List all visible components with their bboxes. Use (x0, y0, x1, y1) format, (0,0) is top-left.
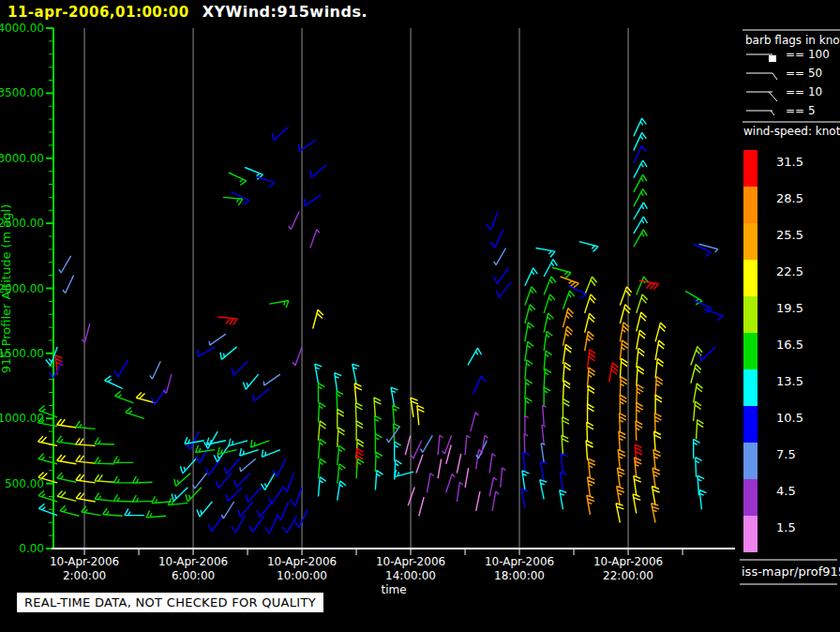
colorbar-label: 4.5 (776, 484, 796, 498)
wind-barb (468, 348, 482, 365)
wind-barb (125, 509, 144, 516)
wind-barb (59, 256, 71, 273)
wind-barb (209, 334, 226, 345)
wind-barb (419, 497, 424, 516)
wind-barb (694, 439, 700, 459)
wind-barb (57, 491, 76, 502)
x-tick-time: 14:00:00 (385, 569, 436, 582)
wind-barb (253, 388, 270, 401)
wind-barb (620, 395, 626, 414)
wind-barb (496, 282, 511, 298)
wind-barb (417, 405, 425, 425)
wind-barb (637, 277, 649, 294)
wind-barb (223, 197, 243, 204)
wind-barb (113, 457, 133, 463)
wind-barb (521, 489, 529, 508)
wind-barb (224, 459, 239, 474)
footer-stamp-text: iss-mapr/prof915l (742, 564, 840, 579)
wind-barb (653, 450, 661, 470)
wind-barb (146, 511, 166, 518)
wind-barb (525, 380, 532, 399)
wind-barb (206, 438, 226, 445)
wind-barb (136, 393, 155, 403)
wind-barb (634, 132, 646, 150)
wind-barb (273, 459, 286, 476)
wind-barb (294, 509, 308, 527)
legend-item-label: == 100 (786, 48, 830, 61)
wind-barb (620, 340, 628, 360)
wind-barb (540, 480, 548, 500)
colorbar-label: 25.5 (776, 228, 803, 242)
wind-barb (197, 502, 212, 517)
wind-barb (471, 413, 479, 431)
wind-barb (609, 363, 619, 383)
colorbar-segment (743, 187, 758, 223)
wind-barb (38, 454, 57, 464)
wind-barb (494, 248, 506, 265)
x-tick-time: 2:00:00 (63, 569, 106, 582)
colorbar-label: 31.5 (776, 155, 803, 169)
wind-barb (655, 340, 665, 360)
wind-barb (620, 287, 631, 306)
wind-barb (292, 347, 302, 366)
colorbar-label: 16.5 (776, 338, 803, 352)
wind-barb (335, 373, 342, 393)
wind-barb (524, 434, 528, 454)
colorbar-segment (743, 406, 758, 443)
wind-barb (694, 244, 712, 257)
wind-barb (95, 457, 114, 464)
wind-barb (76, 421, 96, 429)
wind-barb (525, 305, 535, 324)
wind-barb (352, 364, 360, 384)
colorbar-label: 1.5 (776, 520, 796, 534)
wind-barb (617, 487, 624, 506)
wind-barb (585, 313, 595, 332)
wind-barb (563, 308, 574, 327)
wind-barb (654, 431, 662, 451)
wind-barb (57, 436, 77, 444)
barb-legend: barb flags in knots == 100== 50== 10== 5 (742, 30, 840, 122)
wind-barb (113, 476, 133, 483)
barb-10-icon (769, 92, 777, 101)
wind-barb (76, 474, 96, 483)
colorbar-label: 22.5 (776, 264, 803, 278)
wind-barb (216, 474, 231, 489)
wind-barb (544, 277, 556, 294)
wind-barb (283, 516, 297, 533)
wind-barb (408, 488, 414, 506)
wind-barb (375, 434, 382, 454)
wind-barb (457, 482, 462, 502)
wind-barb (229, 173, 247, 186)
wind-barb (487, 212, 498, 231)
wind-barb (655, 377, 663, 397)
x-tick-date: 10-Apr-2006 (158, 555, 228, 568)
wind-barb (588, 404, 594, 424)
wind-barb (619, 431, 626, 451)
colorbar-label: 10.5 (776, 411, 803, 425)
wind-barb (525, 268, 537, 286)
wind-barb (637, 367, 644, 386)
wind-barb (541, 444, 545, 463)
wind-barb (544, 351, 551, 370)
wind-barb (544, 387, 550, 407)
wind-barb (522, 471, 530, 490)
wind-barb (305, 195, 322, 206)
wind-barb (634, 475, 641, 495)
wind-barb (38, 504, 57, 515)
wind-barb (57, 419, 77, 428)
wind-barb (544, 313, 553, 333)
wind-barb (257, 502, 272, 518)
wind-barb (588, 368, 595, 387)
wind-barb (525, 323, 534, 342)
x-tick-date: 10-Apr-2006 (267, 555, 337, 568)
wind-barb (238, 502, 253, 517)
wind-barb (95, 438, 114, 445)
wind-barb (133, 495, 153, 502)
wind-barb (562, 417, 569, 437)
colorbar-label: 28.5 (776, 191, 803, 205)
wind-barb (654, 414, 661, 433)
wind-barb (319, 459, 326, 478)
wind-barb (232, 516, 245, 534)
wind-barb (198, 347, 215, 357)
wind-barb (588, 477, 595, 497)
